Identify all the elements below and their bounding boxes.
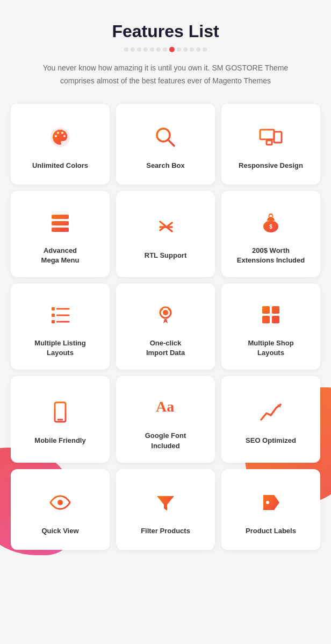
svg-point-27 bbox=[57, 500, 63, 505]
svg-rect-5 bbox=[52, 215, 69, 219]
svg-rect-2 bbox=[260, 130, 274, 139]
header-dot-12 bbox=[203, 47, 207, 52]
listing-icon bbox=[45, 300, 75, 330]
page-header: Features List You never know how amazing… bbox=[11, 22, 320, 88]
svg-rect-20 bbox=[272, 306, 279, 314]
feature-label-product-labels: Product Labels bbox=[246, 526, 296, 536]
feature-card-google-font: Aa Google Font Included bbox=[116, 376, 215, 462]
feature-card-mobile-friendly: Mobile Friendly bbox=[11, 376, 110, 462]
svg-text:Aa: Aa bbox=[156, 398, 174, 415]
feature-card-responsive-design: Responsive Design bbox=[221, 104, 320, 185]
header-dot-11 bbox=[196, 47, 200, 52]
feature-label-quick-view: Quick View bbox=[41, 526, 78, 536]
feature-card-multiple-listing-layouts: Multiple Listing Layouts bbox=[11, 284, 110, 370]
header-dot-5 bbox=[156, 47, 161, 52]
moneybag-icon: $ bbox=[256, 207, 286, 237]
label-icon bbox=[256, 487, 286, 518]
feature-card-seo-optimized: SEO Optimized bbox=[221, 376, 320, 462]
header-description: You never know how amazing it is until y… bbox=[37, 62, 294, 88]
features-grid: Unlimited Colors Search Box Responsive D… bbox=[11, 104, 320, 550]
feature-label-seo-optimized: SEO Optimized bbox=[246, 436, 296, 445]
svg-rect-21 bbox=[262, 316, 270, 323]
svg-rect-22 bbox=[272, 316, 279, 323]
feature-card-advanced-mega-menu: Advanced Mega Menu bbox=[11, 191, 110, 277]
feature-card-unlimited-colors: Unlimited Colors bbox=[11, 104, 110, 185]
feature-label-one-click-import: One-click Import Data bbox=[146, 338, 185, 358]
font-icon: Aa bbox=[150, 392, 181, 422]
feature-card-product-labels: Product Labels bbox=[221, 469, 320, 550]
feature-label-multiple-listing-layouts: Multiple Listing Layouts bbox=[34, 338, 85, 358]
feature-label-advanced-mega-menu: Advanced Mega Menu bbox=[41, 246, 80, 265]
feature-card-rtl-support: RTL Support bbox=[116, 191, 215, 277]
feature-card-200-worth: $ 200$ Worth Extensions Included bbox=[221, 191, 320, 277]
feature-label-filter-products: Filter Products bbox=[141, 526, 190, 536]
rtl-icon bbox=[150, 212, 181, 242]
header-dot-2 bbox=[137, 47, 141, 52]
feature-label-mobile-friendly: Mobile Friendly bbox=[34, 436, 85, 445]
svg-text:$: $ bbox=[269, 224, 272, 230]
seo-icon bbox=[256, 397, 286, 427]
feature-card-quick-view: Quick View bbox=[11, 469, 110, 550]
feature-card-filter-products: Filter Products bbox=[116, 469, 215, 550]
header-dot-6 bbox=[163, 47, 167, 52]
header-dot-3 bbox=[143, 47, 148, 52]
svg-rect-19 bbox=[262, 306, 270, 314]
svg-point-28 bbox=[266, 501, 269, 504]
svg-rect-7 bbox=[52, 228, 69, 232]
palette-icon bbox=[45, 122, 75, 152]
header-dot-1 bbox=[131, 47, 135, 52]
header-dot-9 bbox=[183, 47, 188, 52]
feature-card-multiple-shop-layouts: Multiple Shop Layouts bbox=[221, 284, 320, 370]
svg-rect-13 bbox=[52, 314, 55, 317]
feature-card-one-click-import: One-click Import Data bbox=[116, 284, 215, 370]
touch-icon bbox=[150, 300, 181, 330]
header-dot-0 bbox=[124, 47, 128, 52]
feature-label-unlimited-colors: Unlimited Colors bbox=[32, 161, 88, 171]
filter-icon bbox=[150, 487, 181, 518]
feature-label-rtl-support: RTL Support bbox=[145, 251, 186, 260]
svg-rect-15 bbox=[52, 320, 55, 323]
svg-rect-11 bbox=[52, 307, 55, 310]
header-dot-4 bbox=[150, 47, 154, 52]
page-wrapper: Features List You never know how amazing… bbox=[0, 0, 331, 571]
search-icon bbox=[150, 122, 181, 152]
svg-rect-4 bbox=[267, 140, 272, 145]
shopgrid-icon bbox=[256, 300, 286, 330]
page-title: Features List bbox=[11, 22, 320, 41]
header-dot-8 bbox=[177, 47, 181, 52]
eye-icon bbox=[45, 487, 75, 518]
header-dot-7 bbox=[169, 47, 175, 52]
feature-label-google-font: Google Font Included bbox=[145, 431, 186, 450]
svg-line-1 bbox=[169, 140, 174, 146]
menu-icon bbox=[45, 207, 75, 237]
feature-label-multiple-shop-layouts: Multiple Shop Layouts bbox=[248, 338, 293, 358]
svg-rect-3 bbox=[274, 132, 282, 143]
feature-label-search-box: Search Box bbox=[146, 161, 185, 171]
feature-label-responsive-design: Responsive Design bbox=[239, 161, 303, 171]
feature-card-search-box: Search Box bbox=[116, 104, 215, 185]
header-dot-10 bbox=[190, 47, 194, 52]
responsive-icon bbox=[256, 122, 286, 152]
mobile-icon bbox=[45, 397, 75, 427]
svg-rect-6 bbox=[52, 221, 69, 225]
feature-label-200-worth: 200$ Worth Extensions Included bbox=[237, 246, 305, 265]
header-dots bbox=[11, 47, 320, 52]
svg-point-18 bbox=[163, 310, 168, 315]
